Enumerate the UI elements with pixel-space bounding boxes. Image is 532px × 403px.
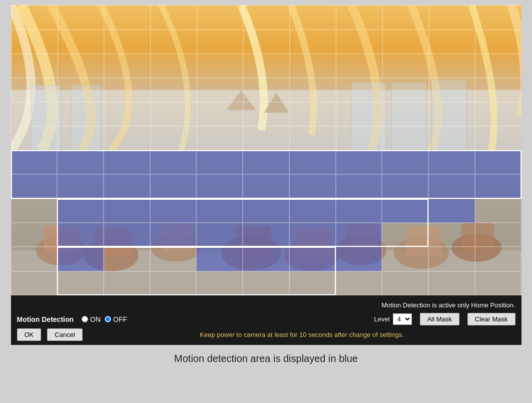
mask-cell[interactable]	[382, 150, 428, 174]
mask-cell[interactable]	[57, 271, 104, 295]
motion-detection-label: Motion Detection	[17, 315, 74, 323]
mask-cell[interactable]	[243, 271, 289, 295]
mask-cell[interactable]	[150, 271, 197, 295]
second-row: OK Cancel Keep power to camera at least …	[17, 328, 515, 341]
mask-cell[interactable]	[289, 199, 336, 223]
radio-on-input[interactable]	[82, 316, 88, 322]
camera-bottom-view[interactable]	[11, 150, 521, 295]
mask-cell[interactable]	[382, 271, 428, 295]
mask-cell[interactable]	[289, 247, 336, 271]
mask-cell[interactable]	[196, 150, 243, 174]
mask-cell[interactable]	[104, 199, 150, 223]
mask-cell[interactable]	[196, 223, 243, 247]
mask-cell[interactable]	[57, 174, 104, 198]
mask-cell[interactable]	[243, 199, 289, 223]
mask-cell[interactable]	[104, 247, 150, 271]
mask-cell[interactable]	[336, 174, 382, 198]
mask-cell[interactable]	[104, 271, 150, 295]
mask-cell[interactable]	[150, 150, 197, 174]
mask-cell[interactable]	[104, 223, 150, 247]
mask-cell[interactable]	[104, 174, 150, 198]
camera-top-view	[11, 5, 521, 150]
mask-cell[interactable]	[150, 174, 197, 198]
mask-cell[interactable]	[243, 150, 289, 174]
warning-text: Keep power to camera at least for 10 sec…	[89, 331, 515, 338]
mask-cell[interactable]	[428, 223, 475, 247]
mask-cell[interactable]	[382, 223, 428, 247]
mask-cell[interactable]	[475, 247, 521, 271]
mask-cell[interactable]	[336, 199, 382, 223]
radio-off-label[interactable]: OFF	[105, 315, 127, 323]
mask-cell[interactable]	[11, 271, 58, 295]
mask-cell[interactable]	[428, 174, 475, 198]
control-bar: Motion Detection is active only Home Pos…	[11, 295, 521, 345]
caption: Motion detection area is displayed in bl…	[0, 345, 532, 369]
mask-cell[interactable]	[336, 150, 382, 174]
mask-cell[interactable]	[11, 223, 58, 247]
level-group: Level 1 2 3 4 5	[374, 313, 412, 325]
mask-cell[interactable]	[150, 223, 197, 247]
mask-cell[interactable]	[57, 223, 104, 247]
mask-cell[interactable]	[243, 223, 289, 247]
mask-cell[interactable]	[475, 174, 521, 198]
mask-cell[interactable]	[196, 199, 243, 223]
mask-cell[interactable]	[11, 174, 58, 198]
radio-off-input[interactable]	[105, 316, 111, 322]
mask-cell[interactable]	[11, 150, 58, 174]
mask-cell[interactable]	[196, 174, 243, 198]
all-mask-button[interactable]: All Mask	[420, 313, 459, 325]
mask-grid[interactable]	[11, 150, 521, 295]
mask-cell[interactable]	[382, 247, 428, 271]
radio-on-label[interactable]: ON	[82, 315, 101, 323]
mask-cell[interactable]	[475, 271, 521, 295]
mask-cell[interactable]	[475, 223, 521, 247]
mask-cell[interactable]	[11, 247, 58, 271]
mask-cell[interactable]	[336, 271, 382, 295]
mask-cell[interactable]	[289, 271, 336, 295]
mask-cell[interactable]	[196, 271, 243, 295]
mask-cell[interactable]	[57, 150, 104, 174]
cancel-button[interactable]: Cancel	[47, 328, 82, 341]
mask-cell[interactable]	[428, 247, 475, 271]
mask-cell[interactable]	[475, 199, 521, 223]
mask-cell[interactable]	[428, 199, 475, 223]
off-text: OFF	[113, 315, 127, 323]
mask-cell[interactable]	[475, 150, 521, 174]
mask-cell[interactable]	[428, 150, 475, 174]
mask-cell[interactable]	[11, 199, 58, 223]
clear-mask-button[interactable]: Clear Mask	[467, 313, 515, 325]
mask-cell[interactable]	[57, 247, 104, 271]
mask-cell[interactable]	[243, 247, 289, 271]
mask-cell[interactable]	[382, 199, 428, 223]
mask-cell[interactable]	[289, 174, 336, 198]
grid-overlay-top	[11, 5, 521, 150]
mask-cell[interactable]	[104, 150, 150, 174]
main-container: Motion Detection is active only Home Pos…	[11, 5, 521, 345]
on-text: ON	[90, 315, 101, 323]
mask-cell[interactable]	[336, 247, 382, 271]
mask-cell[interactable]	[428, 271, 475, 295]
mask-cell[interactable]	[382, 174, 428, 198]
ok-button[interactable]: OK	[17, 328, 42, 341]
mask-cell[interactable]	[289, 150, 336, 174]
mask-cell[interactable]	[196, 247, 243, 271]
mask-cell[interactable]	[336, 223, 382, 247]
mask-cell[interactable]	[150, 247, 197, 271]
radio-group: ON OFF	[82, 315, 127, 323]
level-label: Level	[374, 315, 390, 323]
mask-cell[interactable]	[243, 174, 289, 198]
mask-cell[interactable]	[150, 199, 197, 223]
level-select[interactable]: 1 2 3 4 5	[393, 313, 412, 325]
info-text: Motion Detection is active only Home Pos…	[17, 299, 515, 311]
mask-cell[interactable]	[57, 199, 104, 223]
mask-cell[interactable]	[289, 223, 336, 247]
controls-row: Motion Detection ON OFF Level 1 2 3	[17, 313, 515, 325]
